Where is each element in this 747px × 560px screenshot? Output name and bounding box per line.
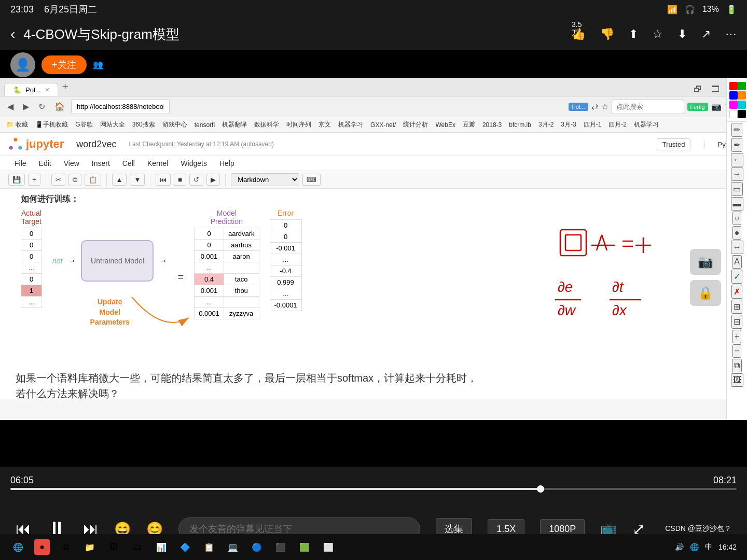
bookmark-stats[interactable]: 统计分析 xyxy=(401,120,430,129)
sys-icon-laptop[interactable]: 💻 xyxy=(225,539,241,555)
bookmark-favorites[interactable]: 📁 收藏 xyxy=(4,120,30,129)
bookmark-machine-trans[interactable]: 机器翻译 xyxy=(220,120,249,129)
sys-icon-red[interactable]: ● xyxy=(34,539,50,555)
color-magenta[interactable] xyxy=(729,101,738,109)
menu-view[interactable]: View xyxy=(58,156,86,171)
bookmark-tensorflow[interactable]: tensorfl xyxy=(192,121,217,129)
grid-remove-tool[interactable]: ⊟ xyxy=(731,315,742,329)
rect-tool[interactable]: ▭ xyxy=(731,182,743,196)
arrow-left-tool[interactable]: ← xyxy=(731,153,743,166)
menu-file[interactable]: File xyxy=(8,156,33,171)
bookmark-xxnet[interactable]: GXX-net/ xyxy=(368,121,398,129)
menu-edit[interactable]: Edit xyxy=(33,156,58,171)
bookmark-bfcrm[interactable]: bfcrm.ib xyxy=(507,121,533,129)
text-tool[interactable]: A xyxy=(732,255,742,269)
back-nav-button[interactable]: ◀ xyxy=(4,100,17,114)
check-tool[interactable]: ✓ xyxy=(731,270,742,284)
circle-fill-tool[interactable]: ● xyxy=(732,226,742,240)
progress-bar[interactable] xyxy=(10,488,737,490)
menu-kernel[interactable]: Kernel xyxy=(141,156,174,171)
bookmark-douban[interactable]: 豆瓣 xyxy=(461,120,477,129)
trusted-button[interactable]: Trusted xyxy=(657,138,691,150)
cut-cell-button[interactable]: ✂ xyxy=(51,174,65,186)
sys-icon-circle[interactable]: 🔵 xyxy=(249,539,265,555)
menu-cell[interactable]: Cell xyxy=(116,156,141,171)
bookmark-games[interactable]: 游戏中心 xyxy=(160,120,189,129)
upload-button[interactable]: ⬆ xyxy=(629,27,638,41)
bookmark-2018-3[interactable]: 2018-3 xyxy=(480,121,504,129)
more-button[interactable]: ⋯ xyxy=(725,27,737,41)
bookmark-apr1[interactable]: 四月-1 xyxy=(582,120,604,129)
bookmark-webex[interactable]: WebEx xyxy=(433,121,457,129)
bookmark-star-button[interactable]: ☆ xyxy=(601,102,608,111)
translate-button[interactable]: ⇄ xyxy=(591,102,598,111)
screenshot-tool-button[interactable]: 📷 xyxy=(711,102,722,111)
menu-insert[interactable]: Insert xyxy=(86,156,116,171)
move-up-button[interactable]: ▲ xyxy=(112,174,127,186)
color-white[interactable] xyxy=(729,110,738,118)
pen-tool-button[interactable]: ✒ xyxy=(731,138,742,152)
sys-icon-dark[interactable]: ⬛ xyxy=(273,539,288,555)
forward-nav-button[interactable]: ▶ xyxy=(20,100,32,114)
plus-tool[interactable]: + xyxy=(732,330,741,343)
minimize-browser-button[interactable]: 🗗 xyxy=(690,82,705,96)
browser-tab-active[interactable]: 🐍 Pol... × xyxy=(4,83,58,96)
copy-cell-button[interactable]: ⧉ xyxy=(68,174,81,186)
color-black[interactable] xyxy=(738,110,746,118)
color-blue[interactable] xyxy=(729,91,738,100)
dislike-button[interactable]: 👎 xyxy=(600,27,614,41)
stop-button[interactable]: ■ xyxy=(174,174,186,186)
add-cell-button[interactable]: + xyxy=(28,174,40,186)
bidirectional-arrow-tool[interactable]: ↔ xyxy=(731,241,743,254)
bookmark-ml2[interactable]: 机器学习 xyxy=(632,120,661,129)
cell-type-select[interactable]: Markdown Code Raw NBConvert Heading xyxy=(231,173,299,186)
image-tool[interactable]: 🖼 xyxy=(731,373,743,387)
back-button[interactable]: ‹ xyxy=(10,26,15,43)
bookmark-google[interactable]: G谷歌 xyxy=(73,120,94,129)
restart-button[interactable]: ↺ xyxy=(189,174,203,186)
run-to-top-button[interactable]: ⏮ xyxy=(156,174,171,186)
move-down-button[interactable]: ▼ xyxy=(130,174,145,186)
bookmark-time-series[interactable]: 时间序列 xyxy=(284,120,313,129)
share-button[interactable]: ↗ xyxy=(701,27,711,41)
like-button[interactable]: 3.5万 👍 xyxy=(572,27,586,41)
sys-icon-files[interactable]: 🗂 xyxy=(130,539,145,555)
sys-icon-photo[interactable]: 🖼 xyxy=(106,539,121,555)
menu-widgets[interactable]: Widgets xyxy=(174,156,213,171)
save-cell-button[interactable]: 💾 xyxy=(8,174,25,186)
sys-icon-folder[interactable]: 📁 xyxy=(82,539,98,555)
cross-tool[interactable]: ✗ xyxy=(731,285,742,299)
browser-search-input[interactable] xyxy=(612,100,684,114)
paste-cell-button[interactable]: 📋 xyxy=(85,174,101,186)
bookmark-apr2[interactable]: 四月-2 xyxy=(606,120,629,129)
home-button[interactable]: 🏠 xyxy=(51,100,68,114)
bookmark-mobile[interactable]: 📱手机收藏 xyxy=(33,120,70,129)
copy-tool[interactable]: ⧉ xyxy=(732,359,742,372)
bookmark-datascience[interactable]: 数据科学 xyxy=(252,120,281,129)
rect-fill-tool[interactable]: ▬ xyxy=(731,197,743,211)
bookmark-mar3[interactable]: 3月-3 xyxy=(559,120,578,129)
refresh-button[interactable]: ↻ xyxy=(35,100,48,114)
restore-browser-button[interactable]: 🗖 xyxy=(708,82,723,96)
bookmark-mar2[interactable]: 3月-2 xyxy=(536,120,556,129)
sys-icon-clipboard[interactable]: 📋 xyxy=(201,539,217,555)
sys-icon-white[interactable]: ⬜ xyxy=(321,539,336,555)
grid-add-tool[interactable]: ⊞ xyxy=(731,300,742,314)
bookmark-ml[interactable]: 机器学习 xyxy=(336,120,365,129)
camera-overlay-button[interactable]: 📷 xyxy=(690,249,721,275)
circle-tool[interactable]: ○ xyxy=(732,212,742,225)
bookmark-360[interactable]: 360搜索 xyxy=(130,120,157,129)
menu-help[interactable]: Help xyxy=(213,156,241,171)
bookmark-nav[interactable]: 网站大全 xyxy=(98,120,127,129)
address-bar-input[interactable] xyxy=(71,100,170,114)
minus-tool[interactable]: − xyxy=(732,344,741,358)
arrow-right-tool[interactable]: → xyxy=(731,167,743,181)
lock-overlay-button[interactable]: 🔒 xyxy=(690,280,721,306)
sys-icon-web[interactable]: 🌐 xyxy=(10,539,26,555)
bookmark-jingwen[interactable]: 京文 xyxy=(316,120,333,129)
color-green[interactable] xyxy=(738,82,746,90)
color-orange[interactable] xyxy=(738,91,746,100)
color-red[interactable] xyxy=(729,82,738,90)
favorite-button[interactable]: ☆ xyxy=(653,27,663,41)
color-cyan[interactable] xyxy=(738,101,746,109)
